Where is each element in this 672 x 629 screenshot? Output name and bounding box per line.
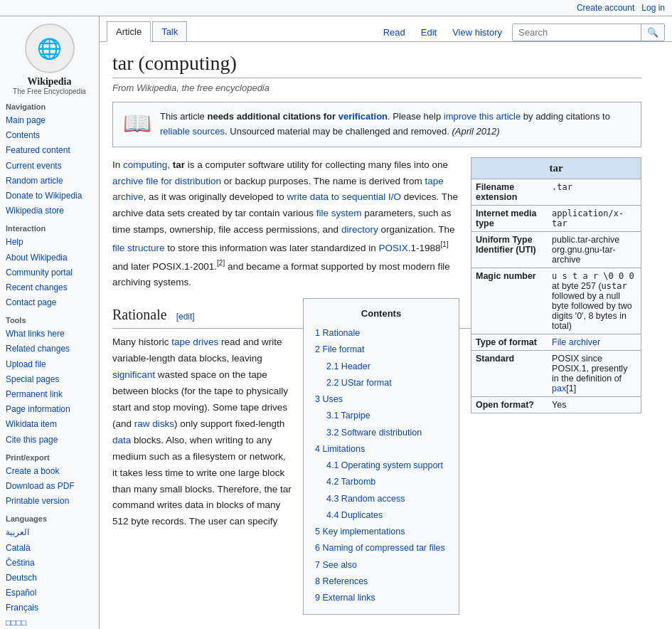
infobox-row-uti: Uniform Type Identifier (UTI) public.tar… [471, 231, 641, 268]
toc-link-4-2[interactable]: 4.2 Tarbomb [326, 477, 375, 487]
sidebar-item-printable[interactable]: Printable version [6, 494, 93, 509]
sidebar-item-lang-ja-sq[interactable]: □□□□ [6, 615, 93, 629]
languages-section-title: Languages [6, 514, 93, 523]
article-content: tar (computing) From Wikipedia, the free… [100, 42, 654, 629]
toc-link-3-1[interactable]: 3.1 Tarpipe [326, 411, 370, 421]
link-filesystem[interactable]: file system [316, 208, 362, 218]
log-in-link[interactable]: Log in [641, 3, 665, 13]
toc-link-1[interactable]: 1 Rationale [315, 328, 360, 338]
toc-link-8[interactable]: 8 References [315, 576, 368, 586]
sidebar-item-wikidata[interactable]: Wikidata item [6, 417, 93, 432]
toc-link-2-2[interactable]: 2.2 UStar format [326, 378, 392, 388]
notice-text-before: This article [160, 111, 207, 122]
infobox-val-media: application/x-tar [548, 205, 641, 231]
sidebar-item-create-book[interactable]: Create a book [6, 464, 93, 479]
toc-link-9[interactable]: 9 External links [315, 593, 375, 603]
link-data-blocks[interactable]: data [112, 435, 131, 445]
sidebar-item-contact[interactable]: Contact page [6, 295, 93, 310]
sidebar-item-lang-fr[interactable]: Français [6, 601, 93, 615]
infobox-row-open: Open format? Yes [471, 396, 641, 413]
toc-item-9: 9 External links [315, 591, 447, 606]
toc-link-6[interactable]: 6 Naming of compressed tar files [315, 543, 445, 553]
sidebar-item-about[interactable]: About Wikipedia [6, 250, 93, 265]
toc-item-3: 3 Uses 3.1 Tarpipe 3.2 Software distribu… [315, 392, 447, 440]
tab-talk[interactable]: Talk [152, 21, 187, 41]
sidebar-item-main-page[interactable]: Main page [6, 113, 93, 128]
sidebar-item-page-info[interactable]: Page information [6, 402, 93, 417]
toc-link-3[interactable]: 3 Uses [315, 394, 343, 404]
sidebar-item-related-changes[interactable]: Related changes [6, 342, 93, 356]
toc-item-4-3: 4.3 Random access [326, 492, 447, 507]
tools-section: Tools What links here Related changes Up… [6, 316, 93, 448]
sidebar-item-featured[interactable]: Featured content [6, 143, 93, 158]
print-section: Print/export Create a book Download as P… [6, 453, 93, 509]
toc-link-4-1[interactable]: 4.1 Operating system support [326, 460, 443, 470]
sidebar-item-help[interactable]: Help [6, 235, 93, 250]
infobox-val-open: Yes [548, 396, 641, 413]
notice-text: This article needs additional citations … [160, 110, 631, 139]
tab-article[interactable]: Article [107, 21, 151, 42]
notice-link-sources[interactable]: reliable sources [160, 126, 225, 137]
sidebar-item-current-events[interactable]: Current events [6, 159, 93, 174]
sidebar-item-donate[interactable]: Donate to Wikipedia [6, 189, 93, 204]
link-computing[interactable]: computing [123, 159, 167, 170]
link-io[interactable]: I/O [388, 191, 401, 202]
tab-view-history[interactable]: View history [447, 24, 508, 41]
sidebar-item-lang-de[interactable]: Deutsch [6, 571, 93, 586]
sidebar-item-lang-es[interactable]: Español [6, 586, 93, 601]
toc-link-2[interactable]: 2 File format [315, 344, 364, 354]
sidebar-item-what-links[interactable]: What links here [6, 327, 93, 342]
toc-link-7[interactable]: 7 See also [315, 560, 357, 570]
link-posix[interactable]: POSIX [378, 243, 407, 253]
infobox-link-type[interactable]: File archiver [552, 337, 600, 347]
infobox-table: Filename extension .tar Internet media t… [471, 179, 641, 413]
toc-link-4-3[interactable]: 4.3 Random access [326, 494, 405, 504]
page-title: tar (computing) [112, 52, 641, 78]
search-input[interactable] [513, 24, 641, 41]
toc-item-3-1: 3.1 Tarpipe [326, 408, 447, 423]
sidebar-item-contents[interactable]: Contents [6, 128, 93, 143]
sidebar-item-recent-changes[interactable]: Recent changes [6, 280, 93, 295]
infobox-label-filename: Filename extension [471, 179, 548, 205]
rationale-edit-link[interactable]: [edit] [176, 312, 195, 322]
sidebar-item-upload[interactable]: Upload file [6, 357, 93, 372]
notice-link-verification[interactable]: verification [338, 111, 388, 122]
toc-item-2-1: 2.1 Header [326, 359, 447, 374]
content-area: Article Talk Read Edit View history 🔍 ta… [100, 16, 672, 629]
sidebar-item-lang-ca[interactable]: Català [6, 541, 93, 556]
logo-subtitle: The Free Encyclopedia [6, 88, 93, 95]
link-file-structure[interactable]: file structure [112, 243, 165, 253]
toc-link-2-1[interactable]: 2.1 Header [326, 361, 370, 371]
toc-link-4[interactable]: 4 Limitations [315, 444, 365, 454]
toc-list: 1 Rationale 2 File format 2.1 Header 2.2… [315, 326, 447, 606]
sidebar-item-lang-cs[interactable]: Čeština [6, 556, 93, 571]
notice-link-improve[interactable]: improve this article [444, 111, 521, 122]
interaction-section-title: Interaction [6, 224, 93, 233]
link-tape-drives[interactable]: tape drives [171, 337, 218, 347]
tab-edit[interactable]: Edit [415, 24, 442, 41]
search-button[interactable]: 🔍 [641, 24, 664, 41]
sidebar-item-community[interactable]: Community portal [6, 265, 93, 280]
link-archive-file[interactable]: archive file for distribution [112, 176, 221, 186]
sidebar-item-permanent-link[interactable]: Permanent link [6, 387, 93, 402]
link-write-data[interactable]: write data to sequential [287, 191, 385, 202]
link-significant[interactable]: significant [112, 369, 155, 380]
tab-read[interactable]: Read [378, 24, 411, 41]
infobox-link-pax[interactable]: pax [552, 384, 566, 393]
link-directory[interactable]: directory [341, 224, 378, 235]
sidebar-item-store[interactable]: Wikipedia store [6, 204, 93, 218]
sidebar-item-special-pages[interactable]: Special pages [6, 372, 93, 387]
link-raw-disks[interactable]: raw disks [134, 418, 174, 429]
sidebar-item-download-pdf[interactable]: Download as PDF [6, 479, 93, 494]
sidebar-item-cite[interactable]: Cite this page [6, 433, 93, 448]
infobox-row-magic: Magic number u s t a r \0 0 0 at byte 25… [471, 268, 641, 334]
toc-title: Contents [315, 306, 447, 322]
sidebar-item-lang-ar[interactable]: العربية [6, 525, 93, 540]
notice-box: 📖 This article needs additional citation… [112, 102, 641, 147]
create-account-link[interactable]: Create account [577, 3, 634, 13]
sidebar: 🌐 Wikipedia The Free Encyclopedia Naviga… [0, 16, 100, 629]
toc-link-4-4[interactable]: 4.4 Duplicates [326, 510, 383, 520]
sidebar-item-random[interactable]: Random article [6, 174, 93, 189]
toc-link-3-2[interactable]: 3.2 Software distribution [326, 428, 422, 438]
toc-link-5[interactable]: 5 Key implementations [315, 527, 405, 536]
